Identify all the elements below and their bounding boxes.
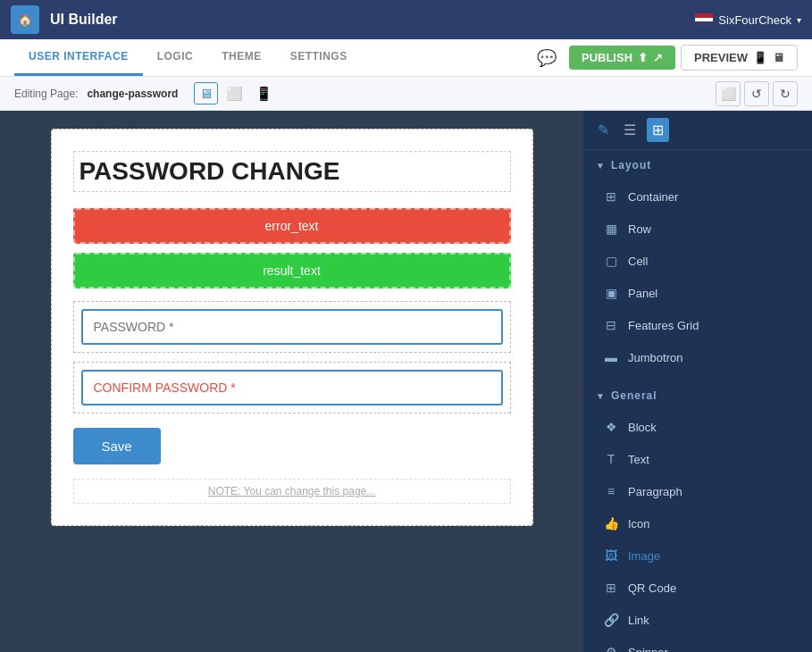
publish-button[interactable]: PUBLISH ⬆ ↗ — [569, 46, 675, 70]
cell-icon: ▢ — [603, 253, 619, 269]
publish-upload-icon: ⬆ — [638, 51, 648, 64]
save-button-container: Save — [73, 422, 511, 464]
cell-label: Cell — [628, 255, 648, 268]
spinner-icon: ⚙ — [603, 644, 619, 652]
panel-item-cell[interactable]: ▢ Cell — [589, 246, 807, 276]
panel-menu-tool[interactable]: ☰ — [620, 118, 640, 142]
tab-user-interface[interactable]: USER INTERFACE — [14, 39, 143, 76]
frame-button[interactable]: ⬜ — [716, 81, 741, 106]
general-section-header[interactable]: ▼ General — [583, 380, 812, 411]
preview-label: PREVIEW — [694, 51, 748, 64]
publish-external-icon: ↗ — [653, 51, 663, 64]
jumbotron-label: Jumbotron — [628, 351, 682, 364]
save-button[interactable]: Save — [73, 428, 161, 464]
panel-item-spinner[interactable]: ⚙ Spinner — [589, 637, 807, 652]
jumbotron-icon: ▬ — [603, 349, 619, 365]
panel-item-paragraph[interactable]: ≡ Paragraph — [589, 476, 807, 506]
preview-button[interactable]: PREVIEW 📱 🖥 — [681, 45, 798, 71]
panel-item-block[interactable]: ❖ Block — [589, 412, 807, 442]
panel-toolbar: ✎ ☰ ⊞ — [583, 111, 812, 150]
panel-item-text[interactable]: T Text — [589, 444, 807, 474]
spinner-label: Spinner — [628, 646, 668, 653]
panel-item-image[interactable]: 🖼 Image — [589, 540, 807, 571]
editing-label: Editing Page: — [14, 88, 78, 100]
block-label: Block — [628, 421, 657, 434]
panel-item-container[interactable]: ⊞ Container — [589, 181, 807, 212]
panel-label: Panel — [628, 287, 657, 300]
block-icon: ❖ — [603, 419, 619, 435]
confirm-password-field-group — [73, 362, 511, 414]
tab-logic[interactable]: LOGIC — [143, 39, 208, 76]
layout-section-label: Layout — [611, 159, 651, 171]
publish-label: PUBLISH — [582, 51, 632, 64]
flag-icon — [695, 13, 713, 26]
panel-item-features-grid[interactable]: ⊟ Features Grid — [589, 310, 807, 340]
icon-icon: 👍 — [603, 515, 619, 531]
edit-actions: ⬜ ↺ ↻ — [716, 81, 798, 106]
main-layout: PASSWORD CHANGE error_text result_text S… — [0, 111, 812, 652]
topbar-right: SixFourCheck ▾ — [695, 13, 801, 27]
icon-label: Icon — [628, 517, 650, 531]
text-icon: T — [603, 451, 619, 467]
text-label: Text — [628, 453, 649, 466]
panel-item-panel[interactable]: ▣ Panel — [589, 278, 807, 308]
features-grid-label: Features Grid — [628, 319, 699, 332]
layout-section-header[interactable]: ▼ Layout — [583, 150, 812, 180]
general-section-arrow: ▼ — [596, 391, 606, 401]
paragraph-icon: ≡ — [603, 483, 619, 499]
qr-code-icon: ⊞ — [603, 580, 619, 596]
right-panel: ✎ ☰ ⊞ ▼ Layout ⊞ Container ▦ Row ▢ Cell … — [583, 111, 812, 652]
app-title: UI Builder — [50, 12, 695, 28]
preview-desktop-icon: 🖥 — [773, 51, 784, 64]
preview-mobile-icon: 📱 — [753, 51, 767, 64]
container-label: Container — [628, 190, 678, 204]
note-text[interactable]: NOTE: You can change this page... — [73, 479, 511, 504]
nav-tabs: USER INTERFACE LOGIC THEME SETTINGS 💬 PU… — [0, 39, 812, 77]
general-section-label: General — [611, 389, 657, 402]
panel-brush-tool[interactable]: ✎ — [594, 118, 613, 142]
link-label: Link — [628, 614, 649, 627]
image-label: Image — [628, 549, 660, 563]
home-button[interactable]: 🏠 — [11, 5, 39, 34]
undo-button[interactable]: ↺ — [744, 81, 769, 106]
panel-item-link[interactable]: 🔗 Link — [589, 605, 807, 635]
image-icon: 🖼 — [603, 548, 619, 564]
result-text-box: result_text — [73, 253, 511, 288]
user-menu-button[interactable]: SixFourCheck ▾ — [695, 13, 801, 27]
container-icon: ⊞ — [603, 188, 619, 205]
panel-item-qr-code[interactable]: ⊞ QR Code — [589, 573, 807, 603]
row-icon: ▦ — [603, 221, 619, 237]
panel-icon: ▣ — [603, 285, 619, 301]
panel-grid-tool[interactable]: ⊞ — [647, 118, 669, 142]
password-field-group — [73, 301, 511, 353]
features-grid-icon: ⊟ — [603, 317, 619, 333]
tab-theme[interactable]: THEME — [207, 39, 276, 76]
desktop-device-button[interactable]: 🖥 — [194, 82, 218, 104]
tablet-device-button[interactable]: ⬜ — [222, 82, 247, 104]
topbar: 🏠 UI Builder SixFourCheck ▾ — [0, 0, 812, 39]
edit-bar: Editing Page: change-password 🖥 ⬜ 📱 ⬜ ↺ … — [0, 77, 812, 111]
panel-item-row[interactable]: ▦ Row — [589, 213, 807, 244]
confirm-password-input[interactable] — [81, 370, 503, 405]
layout-section-arrow: ▼ — [596, 161, 606, 171]
device-icons: 🖥 ⬜ 📱 — [194, 82, 277, 104]
qr-code-label: QR Code — [628, 581, 676, 595]
home-icon: 🏠 — [18, 13, 32, 27]
link-icon: 🔗 — [603, 612, 619, 628]
user-menu-arrow: ▾ — [797, 15, 801, 25]
canvas-area: PASSWORD CHANGE error_text result_text S… — [0, 111, 583, 652]
panel-item-icon[interactable]: 👍 Icon — [589, 508, 807, 539]
user-name: SixFourCheck — [718, 13, 791, 27]
form-title: PASSWORD CHANGE — [73, 151, 511, 192]
redo-button[interactable]: ↻ — [773, 81, 798, 106]
page-name: change-password — [87, 88, 178, 100]
nav-actions: 💬 PUBLISH ⬆ ↗ PREVIEW 📱 🖥 — [530, 45, 798, 71]
form-card: PASSWORD CHANGE error_text result_text S… — [51, 129, 533, 526]
tab-settings[interactable]: SETTINGS — [276, 39, 362, 76]
chat-button[interactable]: 💬 — [530, 45, 564, 71]
mobile-device-button[interactable]: 📱 — [251, 82, 277, 104]
password-input[interactable] — [81, 309, 503, 345]
row-label: Row — [628, 222, 651, 236]
panel-item-jumbotron[interactable]: ▬ Jumbotron — [589, 342, 807, 372]
error-text-box: error_text — [73, 208, 511, 244]
